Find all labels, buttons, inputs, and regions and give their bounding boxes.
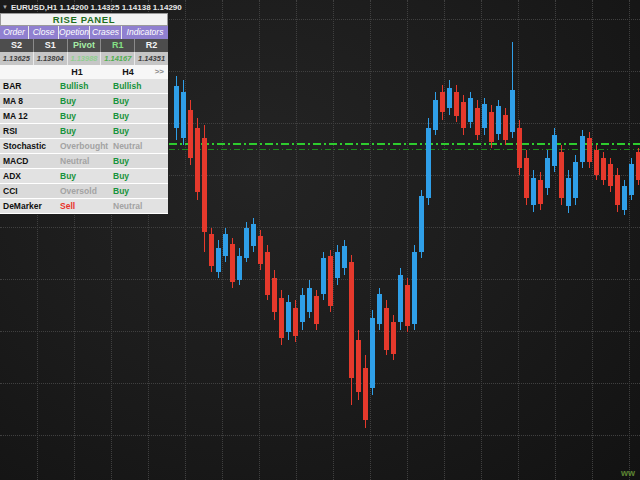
candle-body (279, 298, 284, 338)
indicator-name: BAR (0, 79, 57, 93)
indicator-name: RSI (0, 124, 57, 138)
indicator-h1-value: Buy (57, 169, 110, 183)
chevron-down-icon[interactable]: ▼ (2, 4, 8, 10)
candle-body (293, 308, 298, 336)
timeframe-h1-header[interactable]: H1 (57, 65, 97, 79)
candle-body (559, 152, 564, 198)
candle-body (489, 112, 494, 142)
indicator-row-adx: ADXBuyBuy (0, 169, 168, 184)
panel-button-crases[interactable]: Crases (90, 26, 121, 39)
candle-body (328, 256, 333, 306)
indicator-row-macd: MACDNeutralBuy (0, 154, 168, 169)
indicator-h4-value: Neutral (110, 139, 168, 153)
candle-body (384, 308, 389, 350)
indicator-h4-value: Buy (110, 154, 168, 168)
candle-body (636, 152, 640, 180)
indicator-name: DeMarker (0, 199, 57, 213)
candle-body (377, 294, 382, 324)
timeframe-h4-header[interactable]: H4 (110, 65, 146, 79)
grid-line-horizontal (0, 435, 640, 436)
indicator-table: BARBullishBullishMA 8BuyBuyMA 12BuyBuyRS… (0, 79, 168, 214)
candle-body (510, 90, 515, 132)
pivot-level-lower (169, 149, 640, 150)
pivot-header-pivot: Pivot (68, 39, 101, 52)
grid-line-vertical (629, 0, 630, 480)
indicator-h1-value: Buy (57, 109, 110, 123)
indicator-row-rsi: RSIBuyBuy (0, 124, 168, 139)
grid-line-vertical (518, 0, 519, 480)
grid-line-vertical (370, 0, 371, 480)
candle-body (230, 244, 235, 282)
panel-button-opetion[interactable]: Opetion (59, 26, 89, 39)
panel-button-close[interactable]: Close (29, 26, 58, 39)
candle-body (461, 102, 466, 128)
grid-line-vertical (481, 0, 482, 480)
indicator-h4-value: Buy (110, 124, 168, 138)
candle-body (216, 248, 221, 272)
candle-body (426, 128, 431, 198)
candle-body (587, 138, 592, 162)
candle-body (517, 128, 522, 168)
candle-body (468, 98, 473, 122)
chart-ohlc-bar: ▼EURUSD,H1 1.14200 1.14325 1.14138 1.142… (2, 2, 182, 13)
indicator-h4-value: Buy (110, 109, 168, 123)
indicator-row-ma-8: MA 8BuyBuy (0, 94, 168, 109)
candle-body (538, 180, 543, 204)
candle-body (608, 164, 613, 186)
candle-body (181, 92, 186, 138)
grid-line-vertical (444, 0, 445, 480)
grid-line-horizontal (0, 227, 640, 228)
candle-body (503, 115, 508, 140)
pivot-level-upper (169, 143, 640, 145)
indicator-h1-value: Bullish (57, 79, 110, 93)
pivot-value-r1: 1.14167 (101, 52, 134, 65)
indicator-h1-value: Overbought (57, 139, 110, 153)
pivot-header-s2: S2 (0, 39, 33, 52)
candle-body (314, 296, 319, 324)
symbol-ohlc-text: EURUSD,H1 1.14200 1.14325 1.14138 1.1429… (11, 3, 182, 12)
candle-body (272, 278, 277, 312)
candle-body (391, 322, 396, 354)
pivot-value-pivot: 1.13988 (68, 52, 101, 65)
panel-title: RISE PANEL (0, 13, 168, 26)
expand-button[interactable]: >> (155, 65, 164, 79)
indicator-row-ma-12: MA 12BuyBuy (0, 109, 168, 124)
indicator-name: CCI (0, 184, 57, 198)
grid-line-vertical (296, 0, 297, 480)
pivot-header-row: S2S1PivotR1R2 (0, 39, 168, 52)
candle-body (195, 128, 200, 192)
indicator-name: ADX (0, 169, 57, 183)
pivot-value-row: 1.136251.138041.139881.141671.14351 (0, 52, 168, 65)
grid-line-vertical (592, 0, 593, 480)
indicator-row-demarker: DeMarkerSellNeutral (0, 199, 168, 214)
candle-body (580, 136, 585, 162)
candle-body (370, 318, 375, 388)
indicator-h4-value: Neutral (110, 199, 168, 213)
timeframe-header-row: H1 H4 >> (0, 65, 168, 80)
indicator-h1-value: Sell (57, 199, 110, 213)
indicator-h1-value: Oversold (57, 184, 110, 198)
indicator-h4-value: Buy (110, 169, 168, 183)
candle-body (258, 236, 263, 264)
candle-body (265, 252, 270, 295)
candle-body (545, 158, 550, 188)
grid-line-horizontal (0, 279, 640, 280)
panel-buttons-row: OrderCloseOpetionCrasesIndicators (0, 26, 168, 39)
panel-button-order[interactable]: Order (0, 26, 28, 39)
pivot-header-r1: R1 (101, 39, 134, 52)
candle-body (433, 100, 438, 130)
candle-body (419, 196, 424, 252)
candle-body (447, 88, 452, 108)
panel-button-indicators[interactable]: Indicators (122, 26, 168, 39)
grid-line-vertical (333, 0, 334, 480)
candle-body (349, 262, 354, 378)
indicator-name: MA 12 (0, 109, 57, 123)
pivot-header-r2: R2 (135, 39, 168, 52)
candle-body (188, 110, 193, 158)
grid-line-vertical (185, 0, 186, 480)
candle-body (209, 234, 214, 266)
candle-body (496, 106, 501, 134)
candle-body (363, 368, 368, 420)
indicator-h4-value: Buy (110, 184, 168, 198)
indicator-name: MA 8 (0, 94, 57, 108)
